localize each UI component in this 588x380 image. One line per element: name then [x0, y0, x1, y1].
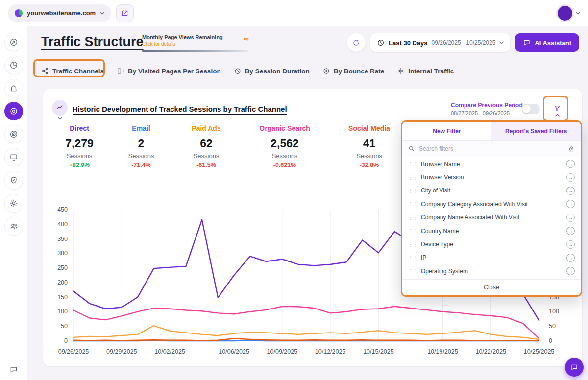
quota-value: ∞ [244, 34, 249, 43]
sidebar-item-settings[interactable] [4, 194, 23, 213]
sidebar-item-security[interactable] [4, 171, 23, 190]
ai-assistant-label: AI Assistant [535, 39, 571, 47]
sidebar-item-traffic[interactable] [4, 102, 23, 120]
app-root: yourwebsitename.com Traffic Structure Mo… [0, 0, 588, 380]
tab-label: By Session Duration [245, 68, 310, 75]
sidebar-item-ecommerce[interactable] [4, 79, 23, 97]
main-content: Traffic Structure Monthly Page Views Rem… [27, 26, 588, 380]
arrow-right-circle-icon[interactable]: → [566, 187, 575, 195]
svg-text:200: 200 [57, 279, 68, 286]
tab-visited-pages[interactable]: By Visited Pages Per Session [117, 67, 221, 75]
channel-sessions-value: 41 [341, 137, 397, 150]
sidebar-item-support[interactable] [9, 365, 18, 374]
topbar: yourwebsitename.com [0, 0, 588, 26]
gear-icon [9, 199, 18, 208]
svg-text:300: 300 [57, 250, 68, 257]
channel-name: Organic Search [253, 124, 317, 132]
site-selector[interactable]: yourwebsitename.com [8, 4, 111, 22]
account-menu[interactable] [558, 6, 580, 21]
funnel-icon [553, 104, 561, 112]
svg-text:09/29/2025: 09/29/2025 [106, 348, 137, 355]
pie-chart-icon [9, 61, 18, 70]
sidebar-item-feedback[interactable] [4, 148, 23, 166]
traffic-icon [9, 107, 18, 116]
channel-stat-direct: Direct 7,279 Sessions +82.9% [56, 124, 103, 168]
arrow-right-circle-icon[interactable]: → [566, 254, 575, 262]
refresh-icon [352, 39, 360, 47]
tab-bounce-rate[interactable]: By Bounce Rate [322, 67, 385, 75]
chat-icon [570, 363, 578, 371]
channel-stat-paid-ads: Paid Ads 62 Sessions -61.5% [184, 124, 228, 168]
report-type-selector[interactable] [52, 100, 68, 116]
drag-handle-icon[interactable]: ⋮⋮ [408, 175, 417, 180]
share-nodes-icon [41, 67, 49, 75]
svg-text:450: 450 [57, 206, 68, 213]
drag-handle-icon[interactable]: ⋮⋮ [408, 228, 417, 234]
channel-stat-email: Email 2 Sessions -71.4% [121, 124, 162, 168]
compare-toggle[interactable] [521, 104, 540, 114]
filter-item-label: Country Name [421, 228, 563, 235]
stopwatch-icon [234, 67, 242, 75]
refresh-button[interactable] [347, 33, 366, 52]
channel-sessions-value: 62 [184, 137, 228, 150]
drag-handle-icon[interactable]: ⋮⋮ [408, 188, 417, 193]
sidebar-item-dashboard[interactable] [4, 33, 23, 51]
sidebar-item-behavior[interactable] [4, 125, 23, 143]
drag-handle-icon[interactable]: ⋮⋮ [408, 201, 417, 207]
arrow-right-circle-icon[interactable]: → [566, 200, 575, 208]
filters-button[interactable] [546, 99, 568, 121]
arrow-right-circle-icon[interactable]: → [566, 267, 575, 275]
filter-item[interactable]: ⋮⋮IP→ [402, 251, 581, 264]
drag-handle-icon[interactable]: ⋮⋮ [408, 215, 417, 220]
avatar[interactable] [558, 6, 572, 21]
users-icon [9, 222, 18, 231]
svg-text:0: 0 [549, 337, 552, 344]
svg-text:10/19/2025: 10/19/2025 [427, 348, 458, 355]
pages-icon [117, 67, 124, 75]
sidebar-item-audience[interactable] [4, 217, 23, 236]
tab-session-duration[interactable]: By Session Duration [234, 67, 310, 75]
arrow-right-circle-icon[interactable]: → [566, 240, 575, 249]
quota-details-link[interactable]: Click for details [142, 41, 248, 47]
page-title: Traffic Structure [41, 34, 144, 49]
filter-item[interactable]: ⋮⋮Device Type→ [402, 238, 581, 251]
chat-widget-button[interactable] [565, 358, 584, 377]
tab-internal-traffic[interactable]: Internal Traffic [397, 67, 454, 75]
tab-traffic-channels[interactable]: Traffic Channels [41, 67, 104, 75]
arrow-right-circle-icon[interactable]: → [566, 160, 575, 168]
channel-delta: -61.5% [184, 162, 228, 168]
report-card: Historic Development of Tracked Sessions… [43, 89, 582, 366]
filter-search-input[interactable] [419, 145, 564, 152]
filter-item[interactable]: ⋮⋮Company Category Associated With Visit… [402, 197, 581, 211]
arrow-right-circle-icon[interactable]: → [566, 173, 575, 182]
svg-text:10/09/2025: 10/09/2025 [267, 348, 298, 355]
ai-assistant-button[interactable]: AI Assistant [515, 33, 579, 52]
channel-stat-social-media: Social Media 41 Sessions -32.8% [341, 124, 397, 168]
open-site-button[interactable] [116, 4, 134, 22]
filter-item[interactable]: ⋮⋮City of Visit→ [402, 184, 581, 197]
site-name: yourwebsitename.com [27, 9, 96, 17]
drag-handle-icon[interactable]: ⋮⋮ [408, 242, 417, 247]
filter-close-button[interactable]: Close [402, 279, 581, 295]
filter-item[interactable]: ⋮⋮Company Name Associated With Visit→ [402, 211, 581, 224]
drag-handle-icon[interactable]: ⋮⋮ [408, 255, 417, 261]
filter-item[interactable]: ⋮⋮Operating System→ [402, 264, 581, 278]
filter-item[interactable]: ⋮⋮Browser Version→ [402, 170, 581, 184]
drag-handle-icon[interactable]: ⋮⋮ [408, 161, 417, 166]
arrow-right-circle-icon[interactable]: → [566, 227, 575, 235]
filter-tab-new[interactable]: New Filter [402, 122, 491, 140]
sidebar-item-reports[interactable] [4, 56, 23, 74]
svg-text:350: 350 [57, 236, 68, 242]
filter-item-label: Company Name Associated With Visit [421, 214, 563, 221]
arrow-right-circle-icon[interactable]: → [566, 214, 575, 222]
drag-handle-icon[interactable]: ⋮⋮ [408, 268, 417, 274]
svg-text:10/12/2025: 10/12/2025 [315, 348, 346, 355]
eraser-icon[interactable] [568, 145, 575, 152]
filter-tab-saved[interactable]: Report's Saved Filters [491, 122, 581, 140]
date-range-selector[interactable]: Last 30 Days 09/26/2025 - 10/25/2025 [370, 33, 510, 52]
channel-sessions-label: Sessions [253, 152, 317, 160]
filter-item[interactable]: ⋮⋮Country Name→ [402, 224, 581, 238]
filter-item[interactable]: ⋮⋮Browser Name→ [402, 157, 581, 170]
filter-list: ⋮⋮Browser Name→ ⋮⋮Browser Version→ ⋮⋮Cit… [402, 157, 581, 279]
svg-text:250: 250 [57, 264, 68, 271]
